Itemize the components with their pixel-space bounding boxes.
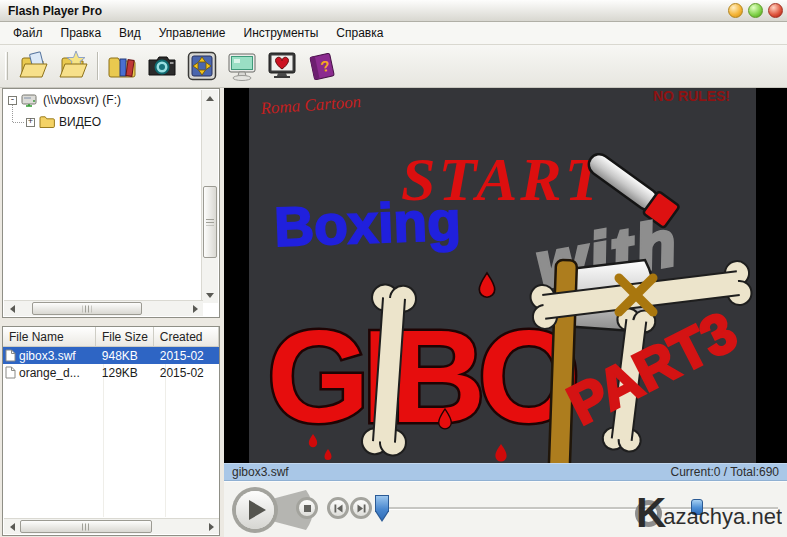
flash-stage: Roma Cartoon NO RULES! START Boxing with…	[224, 88, 787, 463]
tree-item-video-folder[interactable]: + ВИДЕО	[3, 111, 219, 133]
arrow-left-icon	[10, 305, 15, 313]
seek-handle-fill	[376, 496, 388, 520]
scroll-down-button[interactable]	[202, 287, 218, 303]
watermark-initial: K	[636, 496, 666, 530]
app-window: Flash Player Pro Файл Правка Вид Управле…	[0, 0, 787, 537]
close-button[interactable]	[768, 3, 783, 18]
window-controls	[728, 3, 783, 18]
favorites-folder-icon	[58, 50, 90, 82]
credit-text: Roma Cartoon	[259, 92, 362, 118]
network-drive-icon	[21, 92, 39, 108]
menu-bar: Файл Правка Вид Управление Инструменты С…	[0, 22, 787, 45]
document-icon	[5, 349, 16, 362]
toolbar: ?	[0, 45, 787, 88]
previous-button[interactable]	[327, 497, 349, 519]
arrow-right-icon	[209, 523, 214, 531]
file-name-cell: gibox3.swf	[3, 349, 96, 363]
file-name-cell: orange_d...	[3, 366, 96, 380]
file-created-cell: 2015-02	[154, 349, 219, 363]
player-status-bar: gibox3.swf Current:0 / Total:690	[224, 463, 787, 481]
file-created-cell: 2015-02	[154, 366, 219, 380]
column-header-file-size[interactable]: File Size	[96, 327, 154, 346]
file-list-header: File Name File Size Created	[3, 327, 219, 347]
library-folder-icon	[106, 50, 138, 82]
arrow-down-icon	[206, 293, 214, 298]
file-name: gibox3.swf	[19, 349, 76, 363]
menu-item-view[interactable]: Вид	[110, 23, 150, 43]
tree-item-label: (\\vboxsvr) (F:)	[43, 93, 121, 107]
toolbar-grip[interactable]	[5, 52, 8, 80]
expand-toggle[interactable]: +	[26, 118, 35, 127]
scroll-right-button[interactable]	[203, 519, 219, 535]
movie-artwork: Roma Cartoon NO RULES! START Boxing with…	[249, 88, 756, 463]
collapse-toggle[interactable]: -	[8, 96, 17, 105]
scrollbar-thumb[interactable]	[20, 520, 152, 533]
fullscreen-icon	[186, 50, 218, 82]
flash-movie[interactable]: Roma Cartoon NO RULES! START Boxing with…	[249, 88, 756, 463]
tree-horizontal-scrollbar[interactable]	[4, 300, 203, 316]
toolbar-separator	[97, 52, 99, 80]
site-watermark: K azachya.net	[635, 496, 782, 530]
arrow-left-icon	[10, 523, 15, 531]
file-name: orange_d...	[19, 366, 80, 380]
library-button[interactable]	[102, 47, 142, 85]
desktop-monitor-icon	[226, 50, 258, 82]
fullscreen-button[interactable]	[182, 47, 222, 85]
folder-icon	[39, 115, 55, 129]
desktop-button[interactable]	[222, 47, 262, 85]
scrollbar-thumb[interactable]	[203, 186, 217, 258]
menu-item-control[interactable]: Управление	[150, 23, 235, 43]
heart-monitor-icon	[266, 50, 298, 82]
menu-item-tools[interactable]: Инструменты	[235, 23, 328, 43]
file-list-horizontal-scrollbar[interactable]	[4, 518, 219, 534]
scrollbar-thumb[interactable]	[32, 302, 142, 315]
help-book-icon: ?	[306, 50, 338, 82]
minimize-button[interactable]	[728, 3, 743, 18]
help-button[interactable]: ?	[302, 47, 342, 85]
open-favorites-button[interactable]	[54, 47, 94, 85]
tree-item-network-drive[interactable]: - (\\vboxsvr) (F:)	[3, 89, 219, 111]
title-bar[interactable]: Flash Player Pro	[0, 0, 787, 22]
file-row-orange[interactable]: orange_d... 129KB 2015-02	[3, 364, 219, 381]
column-header-created[interactable]: Created	[154, 327, 219, 346]
seek-track[interactable]	[377, 507, 660, 510]
next-icon	[356, 503, 367, 514]
stop-icon	[304, 505, 311, 512]
no-rules-text: NO RULES!	[653, 88, 730, 104]
open-file-button[interactable]	[14, 47, 54, 85]
wallpaper-button[interactable]	[262, 47, 302, 85]
stop-button[interactable]	[296, 497, 318, 519]
camera-icon	[146, 50, 178, 82]
file-row-gibox3[interactable]: gibox3.swf 948KB 2015-02	[3, 347, 219, 364]
tree-item-label: ВИДЕО	[59, 115, 101, 129]
arrow-right-icon	[193, 305, 198, 313]
maximize-button[interactable]	[748, 3, 763, 18]
player-controls: K azachya.net	[224, 481, 787, 537]
open-file-icon	[18, 50, 50, 82]
main-panel: Roma Cartoon NO RULES! START Boxing with…	[224, 88, 787, 537]
watermark-text: azachya.net	[663, 504, 782, 530]
next-button[interactable]	[350, 497, 372, 519]
left-panel: - (\\vboxsvr) (F:) + ВИДЕО	[0, 88, 222, 537]
file-list: File Name File Size Created gibox3.swf 9…	[2, 326, 220, 536]
gibo-title-text: GIBO	[267, 303, 576, 450]
document-icon	[5, 366, 16, 379]
window-title: Flash Player Pro	[8, 4, 102, 18]
seek-handle-body	[375, 495, 389, 522]
capture-button[interactable]	[142, 47, 182, 85]
folder-tree: - (\\vboxsvr) (F:) + ВИДЕО	[2, 88, 220, 318]
file-size-cell: 948KB	[96, 349, 154, 363]
scroll-left-button[interactable]	[4, 301, 20, 317]
scroll-left-button[interactable]	[4, 519, 20, 535]
file-size-cell: 129KB	[96, 366, 154, 380]
current-file-label: gibox3.swf	[232, 465, 289, 479]
previous-icon	[333, 503, 344, 514]
scroll-right-button[interactable]	[187, 301, 203, 317]
menu-item-edit[interactable]: Правка	[52, 23, 111, 43]
column-header-file-name[interactable]: File Name	[3, 327, 96, 346]
boxing-text: Boxing	[273, 190, 461, 258]
menu-item-file[interactable]: Файл	[4, 23, 52, 43]
seek-handle[interactable]	[375, 495, 389, 522]
menu-item-help[interactable]: Справка	[327, 23, 392, 43]
frame-counter-label: Current:0 / Total:690	[670, 465, 779, 479]
